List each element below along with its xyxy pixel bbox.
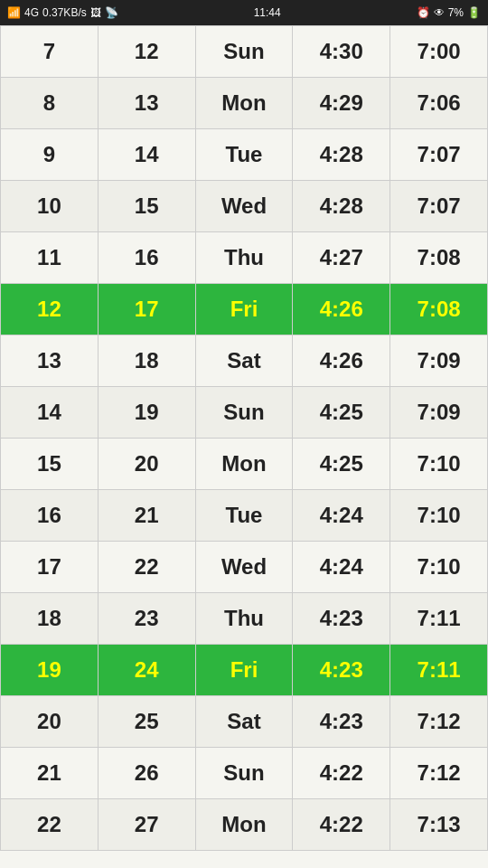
table-cell: 7:10 [390,490,488,542]
table-cell: 7:12 [390,696,488,748]
table-cell: 16 [1,490,99,542]
table-cell: 7:06 [390,78,488,129]
table-cell: 11 [1,232,99,284]
status-left: 📶 4G 0.37KB/s 🖼 📡 [7,6,118,19]
wifi-icon: 📡 [105,6,118,19]
table-cell: Sun [195,387,293,439]
table-cell: 14 [1,387,99,439]
status-right: ⏰ 👁 7% 🔋 [417,6,481,19]
table-cell: Sat [195,335,293,387]
table-cell: 7:00 [390,26,488,78]
table-cell: 19 [1,645,99,696]
table-cell: 7:07 [390,129,488,181]
table-cell: 18 [98,335,195,387]
table-cell: 7:11 [390,645,488,696]
table-cell: 4:29 [293,78,390,129]
table-cell: 13 [1,335,99,387]
table-cell: 16 [98,232,195,284]
table-cell: 4:28 [293,181,390,232]
table-cell: 7:09 [390,387,488,439]
table-cell: 19 [98,387,195,439]
table-cell: Mon [195,439,293,490]
table-cell: Fri [195,284,293,335]
table-cell: 7 [1,26,99,78]
table-cell: 7:13 [390,799,488,851]
table-cell: 7:08 [390,284,488,335]
table-cell: Sun [195,26,293,78]
table-cell: 7:10 [390,439,488,490]
table-cell: 7:09 [390,335,488,387]
table-cell: 13 [98,78,195,129]
table-cell: 4:23 [293,645,390,696]
table-cell: Wed [195,181,293,232]
table-cell: Mon [195,799,293,851]
table-cell: 7:08 [390,232,488,284]
table-cell: 8 [1,78,99,129]
table-cell: Mon [195,78,293,129]
table-cell: Sat [195,696,293,748]
table-cell: 22 [1,799,99,851]
eye-icon: 👁 [434,6,445,19]
table-cell: 4:25 [293,387,390,439]
alarm-icon: ⏰ [417,6,430,19]
table-cell: Thu [195,232,293,284]
table-cell: 21 [1,748,99,799]
table-cell: 4:24 [293,542,390,593]
calendar-table: 712Sun4:307:00813Mon4:297:06914Tue4:287:… [0,25,488,851]
speed-indicator: 0.37KB/s [42,6,87,19]
table-cell: 4:30 [293,26,390,78]
table-cell: 17 [98,284,195,335]
table-cell: 20 [98,439,195,490]
table-cell: 14 [98,129,195,181]
table-cell: 27 [98,799,195,851]
table-cell: 22 [98,542,195,593]
table-cell: 4:23 [293,593,390,645]
table-cell: 7:11 [390,593,488,645]
battery-level: 7% [448,6,464,19]
table-cell: 4:24 [293,490,390,542]
table-cell: 18 [1,593,99,645]
status-bar: 📶 4G 0.37KB/s 🖼 📡 11:44 ⏰ 👁 7% 🔋 [0,0,488,25]
table-cell: 4:25 [293,439,390,490]
table-cell: 23 [98,593,195,645]
table-cell: 10 [1,181,99,232]
table-cell: 4:22 [293,799,390,851]
table-cell: 12 [1,284,99,335]
table-cell: 15 [98,181,195,232]
clock: 11:44 [254,6,281,19]
table-cell: 25 [98,696,195,748]
table-cell: Tue [195,129,293,181]
table-cell: 15 [1,439,99,490]
table-cell: Tue [195,490,293,542]
table-cell: 12 [98,26,195,78]
gallery-icon: 🖼 [90,6,101,19]
table-cell: 7:10 [390,542,488,593]
table-cell: 4:28 [293,129,390,181]
battery-icon: 🔋 [467,6,481,19]
table-cell: 4:26 [293,335,390,387]
table-cell: 17 [1,542,99,593]
table-cell: 21 [98,490,195,542]
table-cell: 26 [98,748,195,799]
table-cell: 7:12 [390,748,488,799]
table-cell: 4:22 [293,748,390,799]
table-cell: 4:23 [293,696,390,748]
table-cell: 7:07 [390,181,488,232]
network-type: 4G [24,6,39,19]
table-cell: 4:26 [293,284,390,335]
table-cell: Fri [195,645,293,696]
signal-icon: 📶 [7,6,21,19]
table-cell: 9 [1,129,99,181]
table-cell: Thu [195,593,293,645]
table-cell: 4:27 [293,232,390,284]
table-cell: 24 [98,645,195,696]
table-cell: Sun [195,748,293,799]
table-cell: Wed [195,542,293,593]
table-cell: 20 [1,696,99,748]
